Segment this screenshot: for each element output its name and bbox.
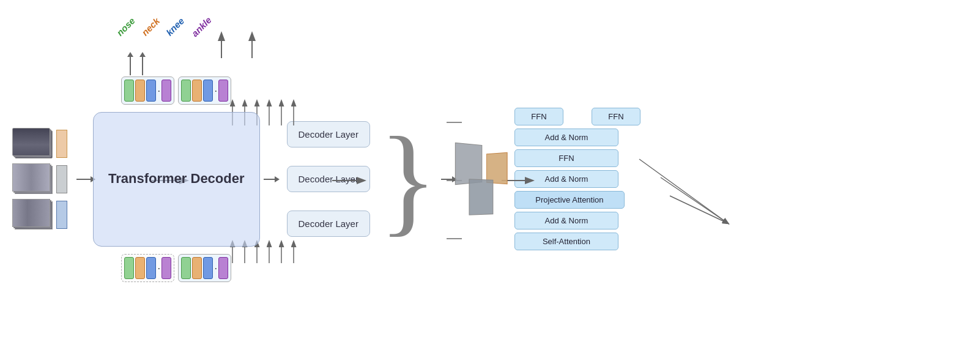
label-ankle: ankle (189, 14, 213, 38)
embed-blue-out-2 (203, 80, 213, 102)
diagram-container: nose neck knee ankle · · (0, 0, 980, 358)
attention-stack-section: FFN FFN Add & Norm FFN Add & Norm Projec… (514, 108, 640, 250)
up-arrow-1 (127, 52, 133, 75)
frame-stack-2 (12, 163, 55, 195)
transformer-section: nose neck knee ankle · · (93, 76, 260, 282)
frame-stack-3 (12, 199, 55, 231)
add-norm-row-3: Add & Norm (514, 212, 640, 229)
arrow-to-detail (441, 179, 453, 180)
add-norm-row-1: Add & Norm (514, 129, 640, 146)
embed-dots-in-1: · (157, 257, 160, 279)
add-norm-row-2: Add & Norm (514, 170, 640, 188)
output-embed-box-1: · (121, 76, 174, 105)
self-attention-box: Self-Attention (514, 233, 618, 250)
arrow-to-layers (264, 179, 276, 180)
right-brace: } (379, 118, 437, 241)
pyramid-pair (456, 144, 507, 184)
output-query-row: nose neck knee ankle · · (121, 76, 231, 105)
add-norm-box-2: Add & Norm (514, 170, 618, 188)
decoder-layer-3: Decoder Layer (287, 211, 370, 237)
frame-group-1 (12, 128, 67, 160)
feature-box-orange-1 (56, 130, 67, 158)
embed-orange-in-2 (192, 257, 202, 279)
top-ffn-row: FFN FFN (514, 108, 640, 125)
embed-orange-in-1 (135, 257, 145, 279)
embed-orange-out-1 (135, 80, 145, 102)
decoder-layer-2: Decoder Layer (287, 166, 370, 192)
label-nose: nose (114, 15, 137, 38)
arrow-to-decoder (76, 179, 92, 180)
transformer-decoder-box: Transformer Decoder (93, 112, 260, 247)
frame-group-3 (12, 199, 67, 231)
projective-attention-box: Projective Attention (514, 191, 625, 209)
arrow-line-up-2 (142, 57, 143, 75)
embed-purple-out-1 (161, 80, 171, 102)
add-norm-box-1: Add & Norm (514, 129, 618, 146)
self-attention-row: Self-Attention (514, 233, 640, 250)
svg-line-22 (670, 196, 728, 223)
frame-group-2 (12, 163, 67, 195)
embed-purple-in-1 (161, 257, 171, 279)
input-embed-box-2: · (178, 254, 231, 282)
label-knee: knee (164, 15, 186, 37)
arrowhead-up-1 (127, 52, 133, 57)
embed-blue-in-1 (146, 257, 156, 279)
decoder-layer-1: Decoder Layer (287, 121, 370, 147)
embed-green-out-1 (124, 80, 134, 102)
arrowhead-up-2 (139, 52, 146, 57)
embed-blue-out-1 (146, 80, 156, 102)
video-frames-section (12, 128, 67, 231)
frame-stack-1 (12, 128, 55, 160)
embed-dots-in-2: · (214, 257, 217, 279)
ffn-box-right: FFN (592, 108, 640, 125)
up-arrows (127, 52, 146, 75)
decoder-layers-section: Decoder Layer Decoder Layer Decoder Laye… (287, 121, 370, 237)
label-neck: neck (139, 15, 161, 37)
embed-dots-out-1: · (157, 80, 160, 102)
input-query-row: · · (121, 254, 231, 282)
svg-line-20 (639, 159, 728, 223)
embed-dots-out-2: · (214, 80, 217, 102)
up-arrow-2 (139, 52, 146, 75)
input-embed-box-1: · (121, 254, 174, 282)
arrowhead-layers (275, 176, 280, 182)
embed-green-in-2 (181, 257, 191, 279)
ffn-box-2: FFN (514, 149, 618, 167)
frame-front-1 (12, 128, 50, 156)
feature-pyramid-section (456, 144, 507, 215)
embed-blue-in-2 (203, 257, 213, 279)
svg-line-21 (661, 177, 728, 223)
frame-front-3 (12, 199, 50, 227)
projective-attention-row: Projective Attention (514, 191, 640, 209)
key-labels-row: nose neck knee ankle (115, 21, 213, 32)
arrow-line-up-1 (130, 57, 131, 75)
transformer-decoder-label: Transformer Decoder (108, 170, 245, 188)
embed-green-out-2 (181, 80, 191, 102)
embed-orange-out-2 (192, 80, 202, 102)
embed-purple-out-2 (218, 80, 228, 102)
feature-box-blue-3 (56, 201, 67, 229)
embed-green-in-1 (124, 257, 134, 279)
output-embed-box-2: · (178, 76, 231, 105)
embed-purple-in-2 (218, 257, 228, 279)
frame-front-2 (12, 163, 50, 192)
feature-box-gray-2 (56, 165, 67, 193)
pyramid-block-bottom (469, 179, 493, 215)
add-norm-box-3: Add & Norm (514, 212, 618, 229)
ffn-row-2: FFN (514, 149, 640, 167)
ffn-box-left: FFN (514, 108, 563, 125)
